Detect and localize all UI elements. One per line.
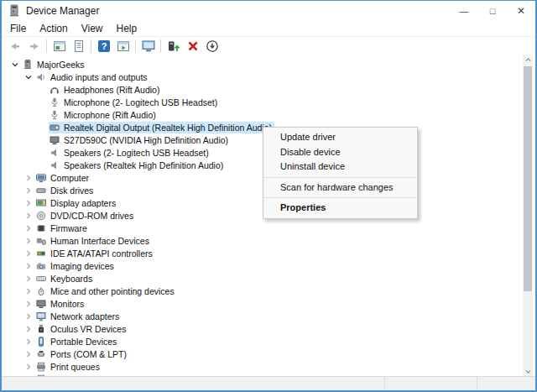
tree-node[interactable]: Headphones (Rift Audio): [49, 84, 162, 96]
tree-item-label: Audio inputs and outputs: [50, 72, 148, 82]
tree-node[interactable]: Ports (COM & LPT): [35, 348, 129, 360]
tree-item-label: Keyboards: [50, 274, 92, 284]
tree-item[interactable]: IDE ATA/ATAPI controllers: [2, 247, 535, 259]
usb-icon: [36, 324, 47, 334]
tree-item-label: Microphone (2- Logitech USB Headset): [64, 97, 217, 107]
scrollbar-thumb[interactable]: [524, 66, 532, 291]
chevron-right-icon[interactable]: [22, 223, 35, 233]
tree-item[interactable]: Oculus VR Devices: [2, 322, 535, 335]
chevron-right-icon[interactable]: [22, 299, 35, 309]
tree-item[interactable]: Headphones (Rift Audio): [2, 83, 535, 96]
tree-node[interactable]: Audio inputs and outputs: [35, 71, 150, 83]
chevron-right-icon[interactable]: [22, 248, 35, 259]
chevron-right-icon[interactable]: [22, 261, 35, 271]
tree-item[interactable]: Keyboards: [2, 272, 535, 285]
update-driver-button[interactable]: [164, 38, 183, 54]
menu-file[interactable]: File: [3, 23, 33, 34]
tree-node[interactable]: IDE ATA/ATAPI controllers: [35, 248, 155, 259]
action-pane-button[interactable]: [113, 38, 133, 54]
ide-icon: [36, 248, 47, 259]
tree-item[interactable]: Mice and other pointing devices: [2, 285, 535, 297]
scroll-up-icon[interactable]: [523, 55, 533, 65]
chevron-down-icon[interactable]: [22, 72, 35, 82]
minimize-button[interactable]: —: [450, 1, 478, 20]
forward-button[interactable]: [24, 38, 44, 54]
chevron-right-icon[interactable]: [22, 274, 35, 284]
chevron-spacer: [35, 135, 49, 145]
tree-node[interactable]: Display adapters: [35, 197, 118, 209]
back-button[interactable]: [5, 38, 24, 54]
menu-help[interactable]: Help: [110, 23, 144, 34]
ports-icon: [36, 349, 47, 359]
tree-node[interactable]: Microphone (Rift Audio): [49, 109, 159, 121]
chevron-right-icon[interactable]: [22, 324, 35, 334]
selected-tree-node[interactable]: Realtek Digital Output (Realtek High Def…: [49, 122, 274, 133]
chevron-right-icon[interactable]: [22, 173, 35, 183]
tree-node[interactable]: Speakers (Realtek High Definition Audio): [49, 159, 226, 171]
disk-icon: [36, 186, 47, 196]
tree-item[interactable]: MajorGeeks: [2, 58, 535, 71]
tree-node[interactable]: Computer: [35, 172, 91, 184]
scan-hardware-button[interactable]: [138, 38, 158, 54]
menu-item-disable-device[interactable]: Disable device: [263, 145, 417, 160]
tree-node[interactable]: Print queues: [35, 361, 102, 373]
tree-node[interactable]: Imaging devices: [35, 260, 117, 272]
tree-item[interactable]: Human Interface Devices: [2, 234, 535, 247]
uninstall-device-button[interactable]: [183, 38, 202, 54]
vertical-scrollbar[interactable]: [523, 55, 533, 377]
tree-item-label: Realtek Digital Output (Realtek High Def…: [64, 123, 272, 133]
tree-node[interactable]: Human Interface Devices: [35, 235, 152, 247]
tree-node[interactable]: MajorGeeks: [22, 59, 87, 71]
title-bar: Device Manager — □ ✕: [2, 1, 535, 20]
menu-item-scan-hardware-changes[interactable]: Scan for hardware changes: [263, 180, 417, 196]
tree-node[interactable]: Mice and other pointing devices: [35, 285, 177, 297]
tree-item[interactable]: Monitors: [2, 297, 535, 310]
chevron-right-icon[interactable]: [22, 186, 35, 196]
close-button[interactable]: ✕: [507, 1, 535, 20]
tree-item-label: Imaging devices: [50, 261, 114, 271]
tree-item[interactable]: Ports (COM & LPT): [2, 348, 535, 360]
tree-node[interactable]: Speakers (2- Logitech USB Headset): [49, 147, 211, 159]
properties-button[interactable]: [69, 38, 88, 54]
menu-item-properties[interactable]: Properties: [263, 201, 417, 216]
tree-node[interactable]: Oculus VR Devices: [35, 323, 128, 335]
help-button[interactable]: ?: [94, 38, 113, 54]
tree-item[interactable]: Network adapters: [2, 310, 535, 322]
menu-item-update-driver[interactable]: Update driver: [263, 130, 417, 145]
tree-item[interactable]: Audio inputs and outputs: [2, 71, 535, 83]
tree-item-label: IDE ATA/ATAPI controllers: [50, 248, 153, 259]
tree-node[interactable]: Keyboards: [35, 273, 95, 285]
console-tree-button[interactable]: [50, 38, 69, 54]
chevron-right-icon[interactable]: [22, 311, 35, 321]
tree-item[interactable]: Microphone (Rift Audio): [2, 108, 535, 121]
menu-action[interactable]: Action: [33, 23, 74, 34]
chevron-right-icon[interactable]: [22, 198, 35, 208]
tree-node[interactable]: Disk drives: [35, 185, 96, 196]
tree-node[interactable]: Microphone (2- Logitech USB Headset): [49, 97, 220, 108]
chevron-right-icon[interactable]: [22, 211, 35, 221]
tree-node[interactable]: Monitors: [35, 298, 86, 310]
menu-item-uninstall-device[interactable]: Uninstall device: [263, 159, 417, 175]
tree-item-label: Speakers (Realtek High Definition Audio): [64, 160, 223, 170]
tree-node[interactable]: Network adapters: [35, 311, 122, 322]
chevron-down-icon[interactable]: [8, 60, 22, 70]
tree-node[interactable]: Firmware: [35, 222, 90, 234]
tree-item[interactable]: Firmware: [2, 222, 535, 234]
tree-item[interactable]: Imaging devices: [2, 259, 535, 272]
chevron-right-icon[interactable]: [22, 286, 35, 296]
tree-item[interactable]: Microphone (2- Logitech USB Headset): [2, 96, 535, 108]
tree-item[interactable]: Portable Devices: [2, 335, 535, 348]
tree-node[interactable]: DVD/CD-ROM drives: [35, 210, 136, 222]
disable-device-button[interactable]: [202, 38, 222, 54]
chevron-right-icon[interactable]: [22, 362, 35, 372]
maximize-button[interactable]: □: [478, 1, 507, 20]
chevron-right-icon[interactable]: [22, 236, 35, 246]
chevron-right-icon[interactable]: [22, 349, 35, 359]
toolbar-separator: [91, 39, 91, 53]
chevron-right-icon[interactable]: [22, 337, 35, 347]
tree-node[interactable]: Portable Devices: [35, 336, 119, 348]
menu-view[interactable]: View: [75, 23, 110, 34]
tree-item[interactable]: Print queues: [2, 360, 535, 373]
tree-node[interactable]: S27D590C (NVIDIA High Definition Audio): [49, 134, 231, 146]
tree-item-label: Microphone (Rift Audio): [64, 110, 156, 120]
